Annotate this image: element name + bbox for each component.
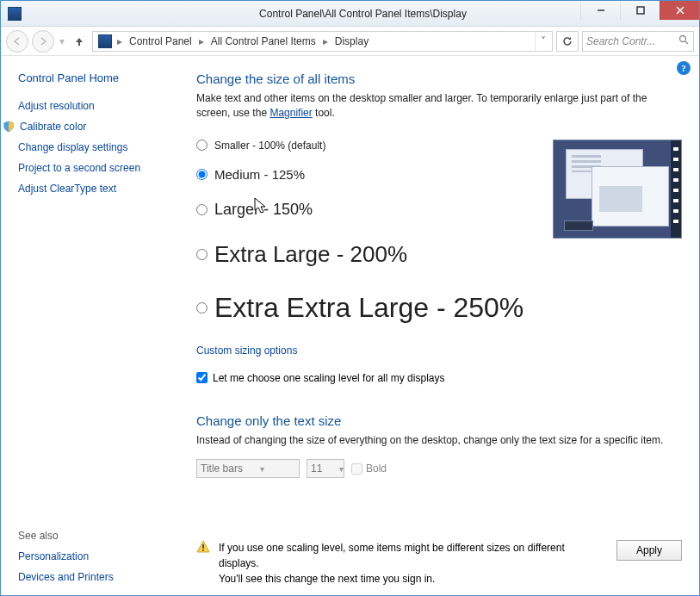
breadcrumb-seg-2[interactable]: All Control Panel Items (206, 35, 321, 47)
see-also-devices-printers[interactable]: Devices and Printers (18, 571, 179, 583)
refresh-button[interactable] (556, 31, 579, 52)
svg-rect-1 (637, 7, 644, 14)
sidebar-link-label: Adjust resolution (18, 100, 95, 112)
chevron-right-icon[interactable]: ▸ (115, 35, 124, 47)
size-option-medium[interactable]: Medium - 125% (196, 167, 544, 182)
bold-checkbox[interactable] (351, 463, 362, 475)
one-scaling-checkbox[interactable] (196, 372, 208, 383)
size-option-label: Medium - 125% (214, 167, 305, 182)
apply-button[interactable]: Apply (616, 540, 682, 561)
custom-sizing-link[interactable]: Custom sizing options (196, 345, 682, 357)
size-option-smaller[interactable]: Smaller - 100% (default) (196, 140, 544, 152)
location-icon (98, 34, 112, 48)
size-option-label: Smaller - 100% (default) (214, 140, 325, 152)
svg-rect-7 (202, 549, 204, 551)
warning-line-1: If you use one scaling level, some items… (219, 542, 565, 569)
shield-icon (3, 121, 15, 133)
minimize-button[interactable] (580, 1, 620, 20)
breadcrumb-seg-3[interactable]: Display (330, 35, 374, 47)
sidebar-link-label: Project to a second screen (18, 162, 140, 174)
size-option-extra-large[interactable]: Extra Large - 200% (196, 241, 544, 268)
see-also-heading: See also (18, 530, 179, 542)
text-size-value: 11 (311, 463, 322, 475)
title-bar: Control Panel\All Control Panel Items\Di… (1, 1, 699, 27)
sidebar-link-adjust-cleartype[interactable]: Adjust ClearType text (18, 183, 179, 195)
sidebar-link-calibrate-color[interactable]: Calibrate color (3, 121, 179, 133)
warning-line-2: You'll see this change the next time you… (219, 573, 435, 585)
description: Make text and other items on the desktop… (196, 91, 682, 121)
text-item-select[interactable]: Title bars ▾ (196, 459, 300, 478)
see-also-label: Devices and Printers (18, 571, 114, 583)
see-also-label: Personalization (18, 550, 89, 562)
chevron-right-icon[interactable]: ▸ (321, 35, 330, 47)
svg-point-4 (680, 35, 686, 41)
back-button[interactable] (6, 30, 28, 53)
sidebar-link-label: Change display settings (18, 141, 127, 153)
text-size-select[interactable]: 11 ▾ (307, 459, 344, 478)
help-icon[interactable]: ? (677, 61, 691, 75)
size-option-larger[interactable]: Larger - 150% (196, 201, 544, 219)
breadcrumb-dropdown[interactable]: ˅ (535, 32, 550, 51)
sidebar-link-label: Calibrate color (20, 121, 86, 133)
size-option-label: Extra Extra Large - 250% (214, 292, 523, 324)
close-button[interactable] (660, 1, 699, 20)
search-icon[interactable] (678, 34, 690, 48)
one-scaling-label: Let me choose one scaling level for all … (213, 372, 444, 384)
up-arrow-icon (73, 35, 85, 47)
description-text-size: Instead of changing the size of everythi… (196, 433, 682, 448)
size-option-label: Larger - 150% (214, 201, 313, 219)
history-dropdown-icon[interactable]: ▾ (58, 35, 66, 47)
up-button[interactable] (70, 32, 89, 51)
maximize-button[interactable] (620, 1, 660, 20)
app-icon (8, 7, 22, 21)
forward-button[interactable] (32, 30, 54, 53)
radio-smaller[interactable] (196, 140, 208, 151)
heading-text-size: Change only the text size (196, 413, 682, 428)
size-option-label: Extra Large - 200% (214, 241, 407, 268)
radio-larger[interactable] (196, 204, 208, 215)
desc-text: Make text and other items on the desktop… (196, 92, 647, 119)
close-icon (676, 6, 685, 15)
content-pane: ? Change the size of all items Make text… (186, 56, 699, 595)
chevron-down-icon: ▾ (260, 464, 264, 474)
breadcrumb-seg-1[interactable]: Control Panel (124, 35, 197, 47)
radio-extra-extra-large[interactable] (196, 302, 208, 314)
minimize-icon (597, 6, 605, 15)
search-input[interactable]: Search Contr... (582, 31, 694, 52)
sidebar-link-adjust-resolution[interactable]: Adjust resolution (18, 100, 179, 112)
window: Control Panel\All Control Panel Items\Di… (0, 0, 700, 596)
svg-rect-6 (202, 544, 204, 549)
size-option-extra-extra-large[interactable]: Extra Extra Large - 250% (196, 292, 544, 324)
magnifier-link[interactable]: Magnifier (269, 107, 312, 119)
text-item-value: Title bars (201, 463, 243, 475)
maximize-icon (636, 6, 645, 15)
size-options: Smaller - 100% (default) Medium - 125% L… (196, 140, 682, 334)
back-arrow-icon (12, 36, 22, 47)
chevron-right-icon[interactable]: ▸ (197, 35, 206, 47)
chevron-down-icon: ▾ (339, 464, 344, 474)
bold-label: Bold (366, 463, 387, 475)
forward-arrow-icon (38, 36, 48, 47)
sidebar-home-link[interactable]: Control Panel Home (18, 71, 179, 84)
svg-line-5 (685, 41, 688, 44)
sidebar-link-project-second-screen[interactable]: Project to a second screen (18, 162, 179, 174)
text-size-controls: Title bars ▾ 11 ▾ Bold (196, 459, 682, 478)
footer-text: If you use one scaling level, some items… (219, 540, 599, 587)
desc-text: tool. (313, 107, 335, 119)
warning-icon (196, 540, 210, 554)
breadcrumb[interactable]: ▸ Control Panel ▸ All Control Panel Item… (92, 31, 553, 52)
one-scaling-checkbox-row[interactable]: Let me choose one scaling level for all … (196, 372, 682, 384)
radio-extra-large[interactable] (196, 249, 208, 260)
display-preview-image (553, 140, 682, 239)
see-also-personalization[interactable]: Personalization (18, 550, 179, 562)
heading-change-size: Change the size of all items (196, 71, 682, 86)
bold-checkbox-row[interactable]: Bold (351, 463, 387, 475)
search-placeholder: Search Contr... (586, 35, 655, 47)
refresh-icon (561, 35, 573, 47)
size-option-list: Smaller - 100% (default) Medium - 125% L… (196, 140, 544, 334)
nav-bar: ▾ ▸ Control Panel ▸ All Control Panel It… (1, 27, 699, 56)
radio-medium[interactable] (196, 169, 208, 180)
body: Control Panel Home Adjust resolution Cal… (1, 56, 699, 595)
sidebar-link-change-display-settings[interactable]: Change display settings (18, 141, 179, 153)
sidebar: Control Panel Home Adjust resolution Cal… (1, 56, 186, 595)
